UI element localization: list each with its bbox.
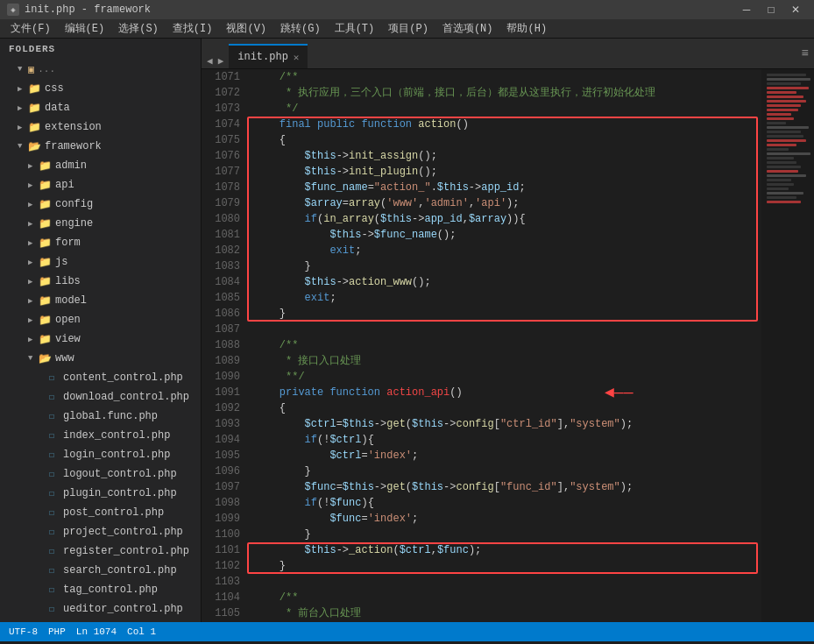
code-line-1080: if(in_array($this->app_id,$array)){ [254,211,761,227]
sidebar-item-open[interactable]: ▶ 📁 open [0,310,201,329]
sidebar-item-download-control[interactable]: ☐ download_control.php [0,387,201,407]
menu-find[interactable]: 查找(I) [166,19,220,39]
sidebar-item-project-control[interactable]: ☐ project_control.php [0,522,201,541]
tab-filename: init.php [237,51,288,63]
sidebar-item-login-control[interactable]: ☐ login_control.php [0,445,201,464]
arrow-right-icon: ▶ [28,315,39,325]
code-line-1106: **/ [254,621,761,622]
sidebar-item-content-control[interactable]: ☐ content_control.php [0,368,201,387]
menu-goto[interactable]: 跳转(G) [273,19,328,39]
tab-prev-arrow[interactable]: ◀ [205,53,215,68]
menu-select[interactable]: 选择(S) [111,19,166,39]
code-line-1087 [254,322,761,337]
code-line-1084: $this->action_www(); [254,274,761,290]
folder-icon: 📁 [28,82,41,96]
code-line-1101: $this->_action($ctrl,$func); [254,542,761,558]
code-line-1073: */ [254,101,761,117]
folder-icon: 📁 [39,294,52,308]
arrow-right-icon: ▶ [28,180,39,190]
arrow-right-icon: ▶ [28,161,39,171]
sidebar-item-admin[interactable]: ▶ 📁 admin [0,156,201,175]
sidebar-item-engine[interactable]: ▶ 📁 engine [0,214,201,233]
sidebar-item-data[interactable]: ▶ 📁 data [0,98,201,117]
sidebar-item-www[interactable]: ▼ 📂 www [0,349,201,368]
arrow-right-icon: ▶ [18,84,28,94]
code-line-1095: $ctrl = 'index'; [254,448,761,464]
file-icon: ☐ [49,372,60,383]
code-line-1098: if(!$func){ [254,495,761,511]
status-language: PHP [48,626,66,637]
folder-icon: 📁 [39,237,52,250]
folder-icon: 📁 [28,121,41,134]
sidebar-item-css[interactable]: ▶ 📁 css [0,79,201,98]
window-controls[interactable]: ─ □ ✕ [735,1,807,18]
code-line-1085: exit; [254,290,761,306]
arrow-right-icon: ▶ [28,296,39,306]
sidebar-item-tag-control[interactable]: ☐ tag_control.php [0,580,201,599]
tab-close-button[interactable]: ✕ [294,52,300,63]
file-icon: ☐ [49,527,60,537]
code-line-1091: private function action_api() ◀—— [254,385,761,400]
minimize-button[interactable]: ─ [735,1,758,18]
code-line-1082: exit; [254,243,761,258]
sidebar-item-js[interactable]: ▶ 📁 js [0,252,201,272]
menu-edit[interactable]: 编辑(E) [58,19,112,39]
menu-file[interactable]: 文件(F) [4,19,58,39]
code-line-1090: **/ [254,369,761,385]
maximize-button[interactable]: □ [760,1,782,18]
status-line: Ln 1074 [76,626,117,637]
file-icon: ☐ [49,507,60,518]
arrow-right-icon: ▶ [18,103,28,113]
title-bar-left: ◈ init.php - framework [7,4,151,16]
file-icon: ☐ [49,584,60,595]
menu-help[interactable]: 帮助(H) [499,19,554,39]
code-line-1093: $ctrl = $this->get($this->config["ctrl_i… [254,416,761,432]
sidebar-item-logout-control[interactable]: ☐ logout_control.php [0,464,201,484]
code-line-1079: $array = array('www','admin','api'); [254,195,761,211]
tab-next-arrow[interactable]: ▶ [216,53,226,68]
menu-preferences[interactable]: 首选项(N) [435,19,500,39]
tab-init-php[interactable]: init.php ✕ [229,44,308,68]
arrow-right-icon: ▶ [28,219,39,229]
arrow-right-icon: ▶ [28,238,39,248]
sidebar-item-upload-control[interactable]: ☐ upload_control.php [0,619,201,622]
file-icon: ☐ [49,546,60,556]
sidebar-item-plugin-control[interactable]: ☐ plugin_control.php [0,484,201,503]
folder-icon: 📁 [39,159,52,173]
tab-navigation: ◀ ▶ [202,53,229,68]
sidebar-item-api[interactable]: ▶ 📁 api [0,175,201,195]
sidebar-item-libs[interactable]: ▶ 📁 libs [0,272,201,291]
sidebar-item-search-control[interactable]: ☐ search_control.php [0,561,201,580]
sidebar-item-config[interactable]: ▶ 📁 config [0,195,201,214]
code-content[interactable]: /** * 执行应用，三个入口（前端，接口，后台）都是从这里执行，进行初始化处理… [247,69,761,622]
arrow-down-icon: ▼ [28,354,39,363]
folder-icon: 📁 [39,275,52,288]
status-bar: UTF-8 PHP Ln 1074 Col 1 [0,622,814,641]
sidebar-item-model[interactable]: ▶ 📁 model [0,291,201,310]
code-line-1105: * 前台入口处理 [254,605,761,621]
tab-menu-button[interactable]: ≡ [796,46,814,60]
sidebar-item-form[interactable]: ▶ 📁 form [0,233,201,252]
sidebar-item-register-control[interactable]: ☐ register_control.php [0,541,201,561]
sidebar-item-framework[interactable]: ▼ 📂 framework [0,137,201,156]
line-numbers: 1071107210731074 1075107610771078 107910… [202,69,247,622]
code-line-1094: if(!$ctrl){ [254,432,761,448]
arrow-right-icon: ▶ [28,200,39,209]
arrow-right-icon: ▶ [28,277,39,287]
sidebar-item-global-func[interactable]: ☐ global.func.php [0,407,201,426]
sidebar-item-index-control[interactable]: ☐ index_control.php [0,426,201,445]
sidebar-item-post-control[interactable]: ☐ post_control.php [0,503,201,522]
sidebar-content[interactable]: ▼ ▣ ... ▶ 📁 css ▶ 📁 data ▶ 📁 extension ▼ [0,60,201,622]
file-icon: ☐ [49,392,60,402]
sidebar-item-extension[interactable]: ▶ 📁 extension [0,117,201,137]
menu-tools[interactable]: 工具(T) [328,19,382,39]
sidebar-item-root[interactable]: ▼ ▣ ... [0,60,201,79]
code-line-1074: final public function action() [254,117,761,132]
close-button[interactable]: ✕ [784,1,807,18]
sidebar-item-view[interactable]: ▶ 📁 view [0,329,201,349]
code-line-1092: { [254,400,761,416]
menu-project[interactable]: 项目(P) [381,19,435,39]
sidebar-item-ueditor-control[interactable]: ☐ ueditor_control.php [0,599,201,619]
code-line-1100: } [254,527,761,542]
menu-view[interactable]: 视图(V) [219,19,273,39]
